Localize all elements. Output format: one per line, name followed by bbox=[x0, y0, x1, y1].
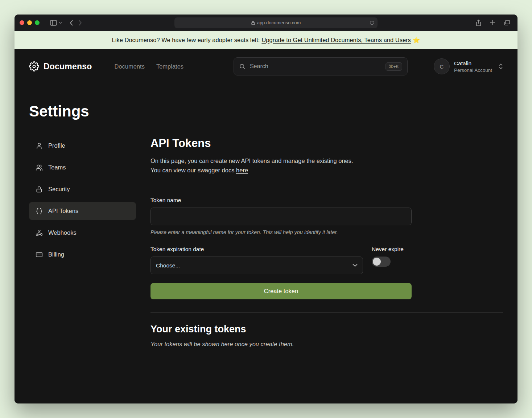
url-bar-container: app.documenso.com bbox=[84, 17, 467, 28]
token-name-label: Token name bbox=[150, 197, 503, 204]
nav-templates[interactable]: Templates bbox=[156, 63, 183, 70]
url-bar[interactable]: app.documenso.com bbox=[174, 17, 378, 28]
chevron-up-down-icon bbox=[499, 63, 503, 70]
sidebar-item-billing[interactable]: Billing bbox=[29, 246, 136, 263]
braces-icon bbox=[36, 208, 43, 215]
forward-button[interactable] bbox=[76, 20, 84, 26]
sidebar-item-label: Webhooks bbox=[48, 229, 77, 236]
chevron-down-icon bbox=[352, 264, 358, 267]
swagger-docs-link[interactable]: here bbox=[236, 167, 248, 173]
share-icon[interactable] bbox=[473, 20, 484, 26]
window-controls bbox=[20, 20, 40, 25]
star-emoji-icon: ⭐ bbox=[413, 37, 420, 44]
section-description-line2: You can view our swagger docs here bbox=[150, 166, 503, 175]
expiration-select[interactable]: Choose... bbox=[150, 257, 363, 274]
settings-content: Profile Teams bbox=[15, 120, 517, 348]
existing-tokens-title: Your existing tokens bbox=[150, 324, 503, 335]
divider bbox=[150, 186, 503, 186]
sidebar-item-label: API Tokens bbox=[48, 208, 78, 214]
section-description-line1: On this page, you can create new API tok… bbox=[150, 156, 503, 166]
users-icon bbox=[36, 164, 43, 171]
tab-overview-icon[interactable] bbox=[502, 20, 512, 25]
section-title: API Tokens bbox=[150, 137, 503, 150]
expiration-label: Token expiration date bbox=[150, 246, 363, 253]
documenso-logo-icon bbox=[29, 61, 39, 71]
never-expire-toggle[interactable] bbox=[372, 257, 391, 267]
browser-window: app.documenso.com bbox=[15, 15, 517, 403]
browser-titlebar: app.documenso.com bbox=[15, 15, 517, 31]
page-title: Settings bbox=[15, 103, 517, 120]
upgrade-link[interactable]: Upgrade to Get Unlimited Documents, Team… bbox=[261, 37, 411, 44]
url-text: app.documenso.com bbox=[257, 20, 301, 25]
brand-name: Documenso bbox=[44, 62, 92, 71]
zoom-button[interactable] bbox=[35, 20, 40, 25]
account-name: Catalin bbox=[454, 60, 492, 67]
existing-tokens-section: Your existing tokens Your tokens will be… bbox=[150, 324, 503, 348]
sidebar-toggle-icon[interactable] bbox=[48, 20, 59, 26]
close-button[interactable] bbox=[20, 20, 24, 25]
banner-text: Like Documenso? We have few early adopte… bbox=[112, 37, 260, 44]
settings-sidebar: Profile Teams bbox=[29, 137, 136, 263]
sidebar-item-teams[interactable]: Teams bbox=[29, 159, 136, 176]
divider bbox=[150, 312, 503, 313]
sidebar-item-label: Billing bbox=[48, 251, 64, 258]
search-icon bbox=[239, 63, 246, 70]
documenso-app: Documenso Documents Templates Search ⌘+K… bbox=[15, 49, 517, 403]
upgrade-banner: Like Documenso? We have few early adopte… bbox=[15, 31, 517, 49]
account-type: Personal Account bbox=[454, 67, 492, 73]
toggle-knob bbox=[373, 258, 381, 266]
sidebar-item-label: Profile bbox=[48, 142, 65, 149]
brand[interactable]: Documenso bbox=[29, 61, 92, 71]
back-button[interactable] bbox=[67, 20, 76, 26]
api-tokens-panel: API Tokens On this page, you can create … bbox=[150, 137, 503, 348]
expiration-selected-value: Choose... bbox=[156, 262, 180, 269]
user-icon bbox=[36, 142, 43, 149]
tls-lock-icon bbox=[251, 21, 255, 25]
avatar: C bbox=[434, 58, 450, 74]
search-placeholder: Search bbox=[250, 63, 268, 70]
sidebar-item-label: Teams bbox=[48, 164, 66, 171]
existing-tokens-empty-text: Your tokens will be shown here once you … bbox=[150, 341, 503, 348]
create-token-button[interactable]: Create token bbox=[150, 283, 412, 299]
minimize-button[interactable] bbox=[27, 20, 32, 25]
webhook-icon bbox=[36, 229, 43, 237]
nav-documents[interactable]: Documents bbox=[114, 63, 144, 70]
credit-card-icon bbox=[36, 251, 43, 258]
sidebar-item-label: Security bbox=[48, 186, 70, 193]
sidebar-item-profile[interactable]: Profile bbox=[29, 137, 136, 155]
search-shortcut-badge: ⌘+K bbox=[385, 62, 402, 71]
refresh-icon[interactable] bbox=[370, 20, 374, 25]
sidebar-item-webhooks[interactable]: Webhooks bbox=[29, 224, 136, 242]
top-nav: Documents Templates bbox=[114, 63, 183, 70]
token-name-input[interactable] bbox=[150, 208, 412, 225]
token-name-hint: Please enter a meaningful name for your … bbox=[150, 229, 503, 235]
sidebar-item-api-tokens[interactable]: API Tokens bbox=[29, 202, 136, 220]
app-header: Documenso Documents Templates Search ⌘+K… bbox=[15, 49, 517, 84]
search-input[interactable]: Search ⌘+K bbox=[234, 57, 408, 75]
account-menu[interactable]: C Catalin Personal Account bbox=[434, 58, 503, 74]
new-tab-icon[interactable] bbox=[487, 20, 498, 25]
lock-icon bbox=[36, 186, 43, 193]
sidebar-item-security[interactable]: Security bbox=[29, 180, 136, 198]
never-expire-label: Never expire bbox=[372, 246, 412, 253]
sidebar-chevron-down-icon[interactable] bbox=[59, 22, 62, 24]
